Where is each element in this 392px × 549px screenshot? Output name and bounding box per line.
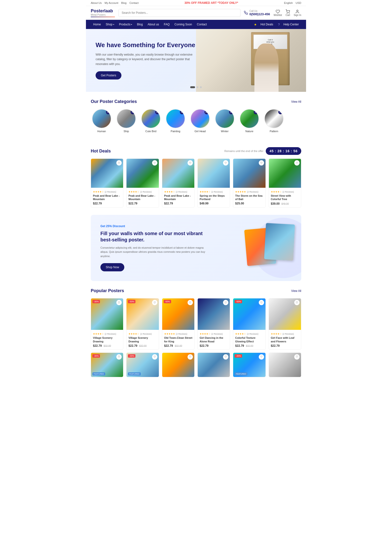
category-painting[interactable]: 32 Painting [165,109,186,133]
more-card-4[interactable]: ♡ [197,353,230,377]
categories-list[interactable]: 20 Human 10 Ship 18 Cute Bird 32 Paintin… [91,109,301,133]
nav-contact[interactable]: Contact [195,20,209,29]
nav-shop[interactable]: Shop ▾ [103,20,117,29]
more-image-2: -30% FEATURED ♡ [126,353,159,377]
category-human[interactable]: 20 Human [91,109,112,133]
category-girlhead-image: 62 [190,109,210,128]
product-card-6[interactable]: ♡ ★★★★☆ (2 Reviews) Street View with Col… [269,159,301,208]
more-image-5: -30% FEATURED ♡ [233,353,265,377]
nav-coming-soon[interactable]: Coming Soon [172,20,195,29]
popular-section: Popular Posters View All -30% ♡ ★★★★☆ (2… [86,281,306,384]
hero-woman-image: Call itwhat youwant [196,29,306,92]
search-bar[interactable] [119,9,240,17]
search-input[interactable] [119,9,234,17]
reviews-6: (2 Reviews) [282,191,294,193]
wishlist-btn-3[interactable]: ♡ [188,160,193,166]
top-bar-nav[interactable]: About Us My Account Blog Contact [91,1,139,4]
hot-deals-link[interactable]: Hot Deals [258,20,276,29]
more-card-2[interactable]: -30% FEATURED ♡ [126,353,159,377]
popular-wishlist-4[interactable]: ♡ [223,300,228,305]
blog-link[interactable]: Blog [121,1,126,4]
product-image-3: ♡ [162,159,194,188]
more-wishlist-6[interactable]: ♡ [294,354,300,360]
more-card-5[interactable]: -30% FEATURED ♡ [233,353,266,377]
popular-card-1[interactable]: -30% ♡ ★★★★☆ (2 Reviews) Village Scenery… [91,298,123,350]
signin-button[interactable]: Sign In [294,9,301,16]
icon-group[interactable]: Wishlist Cart Sign In [274,9,301,16]
help-center-nav[interactable]: ? Help Center [278,20,301,29]
more-wishlist-4[interactable]: ♡ [223,354,228,360]
popular-wishlist-5[interactable]: ♡ [259,300,264,305]
category-nature-label: Nature [245,130,253,133]
nav-products[interactable]: Products ▾ [117,20,134,29]
hot-deals-nav[interactable]: ★ Hot Deals [254,20,276,29]
popular-view-all[interactable]: View All [291,289,301,293]
popular-title: Popular Posters [91,288,124,293]
hero-cta-button[interactable]: Get Posters [96,71,121,79]
popular-wishlist-6[interactable]: ♡ [294,300,300,305]
contact-link[interactable]: Contact [129,1,139,4]
currency-selector[interactable]: USD [296,1,301,4]
nav-faq[interactable]: FAQ [161,20,172,29]
more-wishlist-1[interactable]: ♡ [116,354,122,360]
logo[interactable]: Posterlaab Metal Posters [91,8,115,17]
product-card-1[interactable]: ♡ ★★★★☆ (2 Reviews) Peak and Bear Lake -… [91,159,123,208]
search-button[interactable] [234,9,240,17]
category-bird[interactable]: 18 Cute Bird [140,109,162,133]
popular-image-5: -50% ♡ [233,298,265,330]
popular-card-6[interactable]: ♡ ★★★★☆ (2 Reviews) Girl Face with Leaf … [269,298,301,350]
popular-card-2[interactable]: -50% ♡ ★★★★☆ (2 Reviews) Village Scenery… [126,298,159,350]
categories-view-all[interactable]: View All [291,100,301,103]
category-pattern[interactable]: 21 Pattern [263,109,285,133]
category-winter-image: 55 [215,109,234,128]
svg-point-2 [287,13,287,14]
popular-price-4: $22.79 [200,344,209,347]
header-icons: Call Us: 0(500)123-456 Wishlist Cart Sig… [244,9,301,16]
about-us-link[interactable]: About Us [91,1,102,4]
product-info-4: ★★★★☆ (2 Reviews) Spring on the Steps Po… [198,188,230,207]
language-selector[interactable]: English [284,1,293,4]
product-card-5[interactable]: ♡ ★★★★★ (2 Reviews) The Storm on the Sea… [233,159,266,208]
more-card-6[interactable]: ♡ [269,353,301,377]
nav-blog[interactable]: Blog [134,20,145,29]
more-wishlist-3[interactable]: ♡ [188,354,193,360]
nav-home[interactable]: Home [91,20,103,29]
shop-now-button[interactable]: Shop Now [100,263,124,271]
wishlist-btn-6[interactable]: ♡ [294,160,300,166]
nav-about[interactable]: About us [145,20,161,29]
popular-card-5[interactable]: -50% ♡ ★★★★☆ (2 Reviews) Colorful Textur… [233,298,266,350]
popular-name-6: Girl Face with Leaf and Flowers [271,336,299,343]
product-card-2[interactable]: ♡ ★★★★☆ (2 Reviews) Peak and Bear Lake -… [126,159,159,208]
category-ship[interactable]: 10 Ship [115,109,137,133]
category-nature[interactable]: 19 Nature [238,109,260,133]
main-nav[interactable]: Home Shop ▾ Products ▾ Blog About us FAQ… [86,20,306,29]
my-account-link[interactable]: My Account [105,1,118,4]
help-center-link[interactable]: Help Center [281,20,301,29]
popular-card-3[interactable]: -50% ♡ ★★★★★ (2 Reviews) Old Town-Clean … [162,298,195,350]
popular-wishlist-1[interactable]: ♡ [116,300,122,305]
product-name-2: Peak and Bear Lake - Mountain [128,194,157,201]
product-name-1: Peak and Bear Lake - Mountain [93,194,121,201]
popular-wishlist-3[interactable]: ♡ [188,300,193,305]
more-wishlist-2[interactable]: ♡ [152,354,157,360]
category-girlhead-count: 62 [204,110,209,114]
wishlist-btn-2[interactable]: ♡ [152,160,157,166]
wishlist-btn-4[interactable]: ♡ [223,160,228,166]
popular-wishlist-2[interactable]: ♡ [152,300,157,305]
cart-button[interactable]: Cart [286,9,290,16]
wishlist-button[interactable]: Wishlist [274,9,282,16]
more-card-1[interactable]: -30% FEATURED ♡ [91,353,123,377]
category-winter[interactable]: 55 Winter [214,109,236,133]
more-card-3[interactable]: ♡ [162,353,195,377]
category-girlhead[interactable]: 62 Girl Head [189,109,211,133]
wishlist-btn-5[interactable]: ♡ [259,160,264,166]
hero-title: We have Something for Everyone [96,41,197,49]
popular-card-4[interactable]: ♡ ★★★★☆ (2 Reviews) Girl Dancing in the … [197,298,230,350]
top-bar-right[interactable]: English USD [284,1,301,4]
category-bird-count: 18 [155,110,160,114]
product-card-3[interactable]: ♡ ★★★★☆ (2 Reviews) Peak and Bear Lake -… [162,159,195,208]
product-card-4[interactable]: ♡ ★★★★☆ (2 Reviews) Spring on the Steps … [197,159,230,208]
more-wishlist-5[interactable]: ♡ [259,354,264,360]
category-ship-count: 10 [131,110,135,114]
wishlist-btn-1[interactable]: ♡ [116,160,122,166]
